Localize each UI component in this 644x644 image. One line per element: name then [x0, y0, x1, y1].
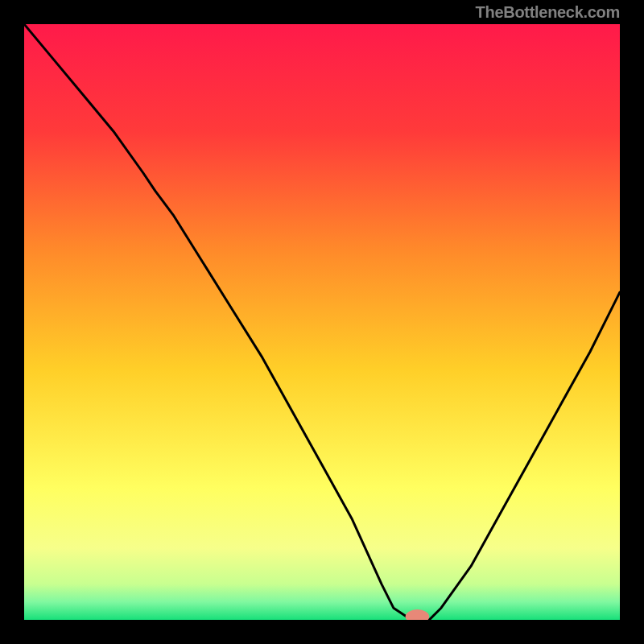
watermark-text: TheBottleneck.com [476, 3, 620, 22]
gradient-background [24, 24, 620, 620]
bottleneck-chart: TheBottleneck.com [0, 0, 644, 644]
chart-svg [24, 24, 620, 620]
plot-area [24, 24, 620, 620]
